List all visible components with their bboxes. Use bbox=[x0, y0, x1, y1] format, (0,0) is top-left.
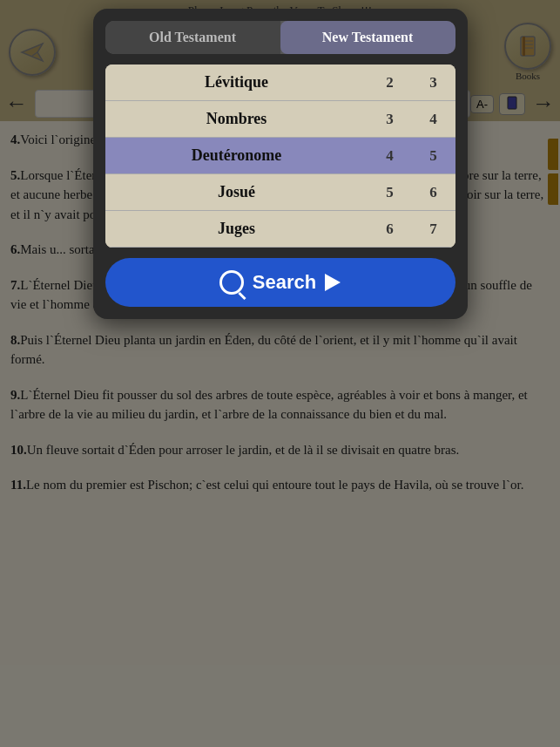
book-row-4[interactable]: Josué 5 6 bbox=[105, 174, 455, 211]
chapter-col2: 3 bbox=[412, 65, 455, 101]
chapter-col1: 6 bbox=[368, 211, 412, 248]
book-name: Juges bbox=[105, 211, 368, 248]
chapter-col2: 5 bbox=[412, 138, 455, 174]
book-row-2[interactable]: Nombres 3 4 bbox=[105, 101, 455, 138]
chapter-col1: 3 bbox=[368, 101, 412, 138]
chapter-col2: 6 bbox=[412, 174, 455, 211]
book-list-table: Lévitique 2 3 Nombres 3 4 Deutéronome 4 … bbox=[105, 65, 455, 248]
chapter-col2: 7 bbox=[412, 211, 455, 248]
play-icon bbox=[325, 274, 341, 291]
book-row-5[interactable]: Juges 6 7 bbox=[105, 211, 455, 248]
tab-old-testament[interactable]: Old Testament bbox=[105, 21, 280, 54]
search-button-label: Search bbox=[253, 271, 316, 294]
chapter-col2: 4 bbox=[412, 101, 455, 138]
modal-overlay[interactable]: Old Testament New Testament Lévitique 2 … bbox=[0, 0, 560, 747]
search-button[interactable]: Search bbox=[105, 258, 455, 307]
book-name: Deutéronome bbox=[105, 138, 368, 174]
modal: Old Testament New Testament Lévitique 2 … bbox=[93, 9, 468, 319]
search-icon bbox=[219, 270, 244, 295]
testament-tabs: Old Testament New Testament bbox=[105, 21, 455, 54]
book-row-3[interactable]: Deutéronome 4 5 bbox=[105, 138, 455, 174]
book-name: Josué bbox=[105, 174, 368, 211]
book-name: Lévitique bbox=[105, 65, 368, 101]
chapter-col1: 5 bbox=[368, 174, 412, 211]
chapter-col1: 4 bbox=[368, 138, 412, 174]
book-row-1[interactable]: Lévitique 2 3 bbox=[105, 65, 455, 101]
book-name: Nombres bbox=[105, 101, 368, 138]
tab-new-testament[interactable]: New Testament bbox=[280, 21, 455, 54]
chapter-col1: 2 bbox=[368, 65, 412, 101]
